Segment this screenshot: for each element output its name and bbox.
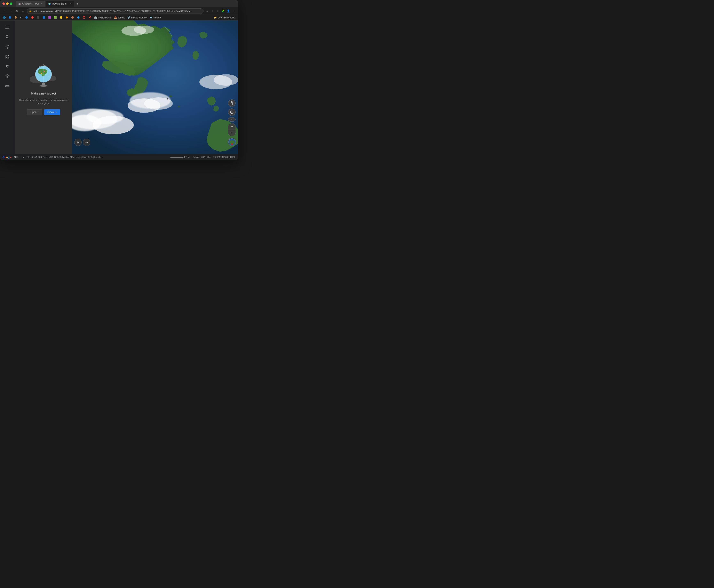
map-area[interactable]: ✈ <box>72 21 238 154</box>
traffic-lights <box>2 2 12 5</box>
svg-point-16 <box>40 85 47 87</box>
compass-button[interactable] <box>228 108 236 116</box>
bookmark-item[interactable]: 🟩 <box>53 16 58 19</box>
svg-point-36 <box>93 116 134 134</box>
address-bar[interactable]: 🔒 earth.google.com/web/@19.14776657,113.… <box>27 8 204 14</box>
tab-earth-close[interactable]: ✕ <box>70 2 72 5</box>
bookmark-item[interactable]: 🔴 <box>30 16 35 19</box>
bookmark-item[interactable]: 🟦 <box>41 16 46 19</box>
zoom-out-button[interactable]: − <box>228 123 236 130</box>
status-bar: Google 100% Data SIO, NOAA, U.S. Navy, N… <box>0 154 238 160</box>
tab-chatgpt-close[interactable]: ✕ <box>41 2 43 5</box>
bookmark-item[interactable]: 🔵 <box>24 16 29 19</box>
coordinates: 20°07'57"N 108°18'22"E <box>213 156 236 158</box>
svg-rect-0 <box>5 26 9 26</box>
google-logo: Google <box>2 155 12 159</box>
svg-point-45 <box>78 142 78 142</box>
bookmark-item[interactable]: 🟤 <box>70 16 75 19</box>
bookmarks-bar: 🌐 🔵 📦 🏷 🔵 🔴 ⚫ 🟦 🟪 🟩 🟡 🔶 🟤 🔷 ⭕ 📌 🏢MyStaff… <box>0 15 238 21</box>
tabs-area: 🤖 ChatGPT – Poe ✕ 🌍 Google Earth ✕ + <box>16 1 236 6</box>
download-icon[interactable]: ⬇ <box>205 9 209 13</box>
measure-tool-button[interactable] <box>83 139 90 146</box>
share-icon[interactable]: ↑ <box>210 9 215 13</box>
bookmark-shared[interactable]: 🔗Shared with me <box>126 16 148 19</box>
data-credits: Data SIO, NOAA, U.S. Navy, NGA, GEBCO La… <box>22 156 102 158</box>
scale-bar: 400 km <box>170 156 190 158</box>
bookmark-item[interactable]: 🟪 <box>47 16 52 19</box>
tab-chatgpt-label: ChatGPT – Poe <box>22 2 40 5</box>
open-chevron-icon: ▾ <box>37 111 39 113</box>
bookmark-item[interactable]: 📦 <box>13 16 18 19</box>
chatgpt-favicon: 🤖 <box>18 2 21 5</box>
globe-illustration: N <box>27 60 60 88</box>
svg-point-31 <box>178 106 180 107</box>
svg-line-4 <box>8 38 9 39</box>
earth-favicon: 🌍 <box>48 2 51 5</box>
bookmark-item[interactable]: 🔷 <box>76 16 81 19</box>
svg-point-51 <box>231 143 233 145</box>
bookmark-primary[interactable]: 📧Primary <box>148 16 162 19</box>
bookmark-item[interactable]: 🔵 <box>7 16 13 19</box>
sidebar-location-icon[interactable] <box>3 62 12 70</box>
bookmark-mystaffportal[interactable]: 🏢MyStaffPortal <box>93 16 113 19</box>
sidebar-measure-icon[interactable] <box>3 82 12 90</box>
maximize-button[interactable] <box>10 2 12 5</box>
bookmark-item[interactable]: 📌 <box>87 16 93 19</box>
create-button[interactable]: Create ▾ <box>44 109 60 115</box>
zoom-in-button[interactable]: + <box>228 130 236 136</box>
panel-subtitle: Create beautiful presentations by markin… <box>19 99 68 105</box>
zoom-level: 100% <box>14 156 20 158</box>
sidebar-search-icon[interactable] <box>3 33 12 41</box>
svg-point-7 <box>7 65 8 66</box>
home-button[interactable]: ⌂ <box>21 8 25 14</box>
create-chevron-icon: ▾ <box>56 111 57 113</box>
bookmark-icon[interactable]: ☆ <box>216 9 220 13</box>
svg-text:✈: ✈ <box>166 97 169 101</box>
svg-point-5 <box>7 46 8 47</box>
bookmark-item[interactable]: ⭕ <box>81 16 87 19</box>
close-button[interactable] <box>2 2 5 5</box>
sidebar-menu-icon[interactable] <box>3 23 12 31</box>
svg-point-24 <box>44 71 44 72</box>
panel-buttons: Open ▾ Create ▾ <box>27 109 60 115</box>
sidebar-fullscreen-icon[interactable] <box>3 52 12 61</box>
map-tools <box>74 139 90 146</box>
bookmark-item[interactable]: ⚫ <box>36 16 41 19</box>
navbar: ← → ↻ ⌂ 🔒 earth.google.com/web/@19.14776… <box>0 7 238 15</box>
svg-point-30 <box>169 95 172 98</box>
2d-mode-button[interactable]: 2D <box>228 118 236 122</box>
bookmark-item[interactable]: 🏷 <box>19 16 24 19</box>
main-content: N Make a new project Create beautiful pr… <box>0 21 238 154</box>
profile-icon[interactable]: 👤 <box>226 9 231 13</box>
tab-google-earth[interactable]: 🌍 Google Earth ✕ <box>45 1 74 6</box>
globe-minimap[interactable] <box>228 138 236 146</box>
refresh-button[interactable]: ↻ <box>14 8 19 14</box>
tab-earth-label: Google Earth <box>52 2 67 5</box>
svg-rect-1 <box>5 27 9 27</box>
back-button[interactable]: ← <box>2 8 7 14</box>
svg-point-43 <box>214 74 238 86</box>
pin-tool-button[interactable] <box>74 139 82 146</box>
extension-icon[interactable]: 🧩 <box>221 9 225 13</box>
svg-point-41 <box>134 26 154 34</box>
bookmark-other[interactable]: 📁Other Bookmarks <box>213 16 236 19</box>
minimize-button[interactable] <box>6 2 8 5</box>
2d-label: 2D <box>230 118 233 121</box>
sidebar-layers-icon[interactable] <box>3 72 12 80</box>
open-button[interactable]: Open ▾ <box>27 109 42 115</box>
bookmark-item[interactable]: 🌐 <box>2 16 7 19</box>
svg-rect-8 <box>5 85 9 87</box>
bookmark-submit[interactable]: 📤Submit <box>113 16 126 19</box>
forward-button[interactable]: → <box>8 8 13 14</box>
projects-panel: N Make a new project Create beautiful pr… <box>15 21 72 154</box>
nav-actions: ⬇ ↑ ☆ 🧩 👤 ⋮ <box>205 9 236 13</box>
bookmark-item[interactable]: 🔶 <box>64 16 69 19</box>
sidebar-settings-icon[interactable] <box>3 43 12 51</box>
panel-title: Make a new project <box>31 92 56 95</box>
pegman-button[interactable] <box>228 100 236 107</box>
tab-chatgpt[interactable]: 🤖 ChatGPT – Poe ✕ <box>16 1 45 6</box>
new-tab-button[interactable]: + <box>75 1 80 6</box>
bookmark-item[interactable]: 🟡 <box>59 16 64 19</box>
zoom-controls: − + <box>228 123 236 136</box>
more-icon[interactable]: ⋮ <box>231 9 236 13</box>
